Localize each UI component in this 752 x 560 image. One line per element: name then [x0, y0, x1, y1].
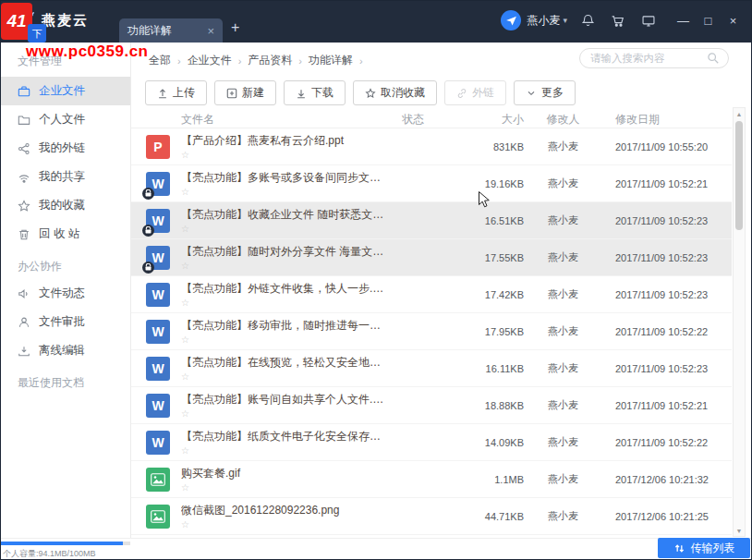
header-editor[interactable]: 修改人: [524, 112, 602, 128]
vertical-scrollbar[interactable]: ▲ ▼: [733, 107, 746, 537]
file-type-letter: W: [152, 435, 164, 450]
breadcrumb-item[interactable]: 全部: [149, 53, 171, 68]
file-name[interactable]: 【亮点功能】账号间自如共享个人文件.docx: [181, 392, 385, 408]
file-type-letter: P: [153, 140, 162, 154]
user-name[interactable]: 燕小麦: [527, 13, 560, 29]
unfavorite-button[interactable]: 取消收藏: [353, 80, 437, 105]
user-menu-caret-icon[interactable]: ▾: [563, 16, 567, 25]
new-button[interactable]: 新建: [214, 80, 276, 105]
file-name[interactable]: 【产品介绍】燕麦私有云介绍.ppt: [181, 133, 385, 149]
favorites-star-icon: [18, 200, 30, 213]
store-cart-icon[interactable]: [610, 13, 626, 29]
file-name[interactable]: 【亮点功能】外链文件收集，快人一步.docx: [181, 281, 385, 297]
table-row[interactable]: 微信截图_20161228092236.png ☆ 44.71KB 燕小麦 20…: [131, 498, 732, 535]
file-name[interactable]: 【亮点功能】多账号或多设备间同步文件.docx: [181, 170, 385, 186]
favorite-star-icon[interactable]: ☆: [181, 188, 385, 197]
header-size[interactable]: 大小: [441, 112, 524, 128]
favorite-star-icon[interactable]: ☆: [181, 225, 385, 234]
sidebar-item-my-favorites[interactable]: 我的收藏: [1, 191, 130, 220]
sidebar-item-my-links[interactable]: 我的外链: [1, 134, 130, 163]
notifications-bell-icon[interactable]: [580, 13, 596, 29]
sidebar-item-label: 回 收 站: [39, 226, 79, 242]
file-name[interactable]: 购买套餐.gif: [181, 466, 385, 481]
favorite-star-icon[interactable]: ☆: [181, 262, 385, 271]
file-name[interactable]: 【亮点功能】移动审批，随时推进每一项业务.docx: [181, 318, 385, 334]
file-name[interactable]: 微信截图_20161228092236.png: [181, 503, 385, 518]
favorite-star-icon[interactable]: ☆: [181, 520, 385, 530]
table-row[interactable]: W 【亮点功能】账号间自如共享个人文件.docx ☆ 18.88KB 燕小麦 2…: [131, 387, 732, 424]
table-row[interactable]: W 【亮点功能】收藏企业文件 随时获悉文件动态.docx ☆ 16.51KB 燕…: [131, 202, 732, 239]
favorite-star-icon[interactable]: ☆: [181, 446, 385, 456]
file-type-letter: [151, 510, 165, 523]
favorite-star-icon[interactable]: ☆: [181, 409, 385, 419]
chevron-down-icon: [526, 88, 537, 99]
tab-function-detail[interactable]: 功能详解 ×: [119, 18, 223, 43]
file-date: 2017/12/06 10:21:25: [602, 511, 732, 522]
file-name[interactable]: 【亮点功能】在线预览，轻松又安全地查阅文章.docx: [181, 355, 385, 371]
close-button[interactable]: ×: [721, 8, 746, 32]
more-button[interactable]: 更多: [514, 80, 576, 105]
new-tab-button[interactable]: +: [231, 20, 239, 35]
transfer-list-button[interactable]: 传输列表: [658, 538, 750, 558]
upload-button[interactable]: 上传: [145, 80, 207, 105]
table-row[interactable]: W 【亮点功能】多账号或多设备间同步文件.docx ☆ 19.16KB 燕小麦 …: [131, 165, 732, 202]
sidebar-item-offline-edit[interactable]: 离线编辑: [1, 336, 130, 365]
file-date: 2017/11/09 10:52:21: [602, 400, 732, 411]
header-status[interactable]: 状态: [385, 112, 441, 128]
sidebar-item-recycle-bin[interactable]: 回 收 站: [1, 220, 130, 249]
download-button[interactable]: 下载: [284, 80, 346, 105]
search-icon[interactable]: [707, 52, 720, 65]
maximize-button[interactable]: □: [696, 8, 721, 32]
table-row[interactable]: W 【亮点功能】纸质文件电子化安全保存和管理.docx ☆ 14.09KB 燕小…: [131, 424, 732, 461]
table-row[interactable]: W 【亮点功能】随时对外分享文件 海量文件一键送达.docx ☆ 17.55KB…: [131, 239, 732, 276]
file-size: 17.55KB: [441, 252, 524, 263]
table-row[interactable]: W 【亮点功能】在线预览，轻松又安全地查阅文章.docx ☆ 16.11KB 燕…: [131, 350, 732, 387]
favorite-star-icon[interactable]: ☆: [181, 298, 385, 308]
table-row[interactable]: 购买套餐.gif ☆ 1.1MB 燕小麦 2017/12/06 10:21:32: [131, 461, 732, 498]
favorite-star-icon[interactable]: ☆: [181, 335, 385, 345]
file-list: P 【产品介绍】燕麦私有云介绍.ppt ☆ 831KB 燕小麦 2017/11/…: [131, 128, 732, 535]
favorite-star-icon[interactable]: ☆: [181, 483, 385, 493]
breadcrumb-item[interactable]: 功能详解: [309, 53, 353, 68]
sidebar-item-enterprise-files[interactable]: 企业文件: [1, 77, 130, 105]
file-date: 2017/11/09 10:52:23: [602, 252, 732, 263]
favorite-star-icon[interactable]: ☆: [181, 151, 385, 160]
watermark-logo: 41 下: [1, 1, 53, 45]
file-date: 2017/11/09 10:52:22: [602, 437, 732, 448]
scroll-down-icon[interactable]: ▼: [734, 525, 745, 536]
tab-close-icon[interactable]: ×: [207, 25, 214, 37]
sidebar-item-label: 离线编辑: [39, 343, 85, 359]
breadcrumb-item[interactable]: 产品资料: [248, 53, 292, 68]
search-input[interactable]: [588, 52, 707, 65]
watermark-url: www.pc0359.cn: [26, 43, 148, 61]
app-window: 燕麦云 功能详解 × + 燕小麦 ▾ — □ × 文件管理: [0, 0, 752, 560]
external-link-button[interactable]: 外链: [444, 80, 506, 105]
favorite-star-icon[interactable]: ☆: [181, 372, 385, 382]
sidebar-item-my-shares[interactable]: 我的共享: [1, 163, 130, 191]
scroll-up-icon[interactable]: ▲: [734, 108, 745, 119]
table-row[interactable]: W 【亮点功能】外链文件收集，快人一步.docx ☆ 17.42KB 燕小麦 2…: [131, 276, 732, 313]
file-name[interactable]: 【亮点功能】收藏企业文件 随时获悉文件动态.docx: [181, 207, 385, 223]
file-name[interactable]: 【亮点功能】纸质文件电子化安全保存和管理.docx: [181, 429, 385, 444]
file-date: 2017/11/09 10:52:23: [602, 289, 732, 300]
file-type-icon: W: [146, 320, 170, 344]
file-name[interactable]: 【亮点功能】随时对外分享文件 海量文件一键送达.docx: [181, 244, 385, 260]
sidebar-item-label: 文件审批: [39, 314, 85, 330]
header-filename[interactable]: 文件名: [181, 112, 385, 128]
header-date[interactable]: 修改日期: [602, 112, 732, 128]
search-box: [579, 48, 729, 68]
table-row[interactable]: P 【产品介绍】燕麦私有云介绍.ppt ☆ 831KB 燕小麦 2017/11/…: [131, 128, 732, 165]
file-type-icon: W: [146, 394, 170, 418]
minimize-button[interactable]: —: [671, 8, 696, 32]
breadcrumb-separator: ›: [177, 55, 181, 67]
user-avatar[interactable]: [501, 10, 521, 30]
scrollbar-thumb[interactable]: [735, 121, 743, 230]
sidebar-item-personal-files[interactable]: 个人文件: [1, 105, 130, 134]
table-row[interactable]: W 【亮点功能】移动审批，随时推进每一项业务.docx ☆ 17.95KB 燕小…: [131, 313, 732, 350]
sidebar-item-file-approval[interactable]: 文件审批: [1, 308, 130, 336]
devices-monitor-icon[interactable]: [640, 13, 657, 29]
avatar-plane-icon: [505, 15, 517, 27]
breadcrumb-item[interactable]: 企业文件: [188, 53, 232, 68]
titlebar-right: 燕小麦 ▾ — □ ×: [501, 1, 751, 40]
sidebar-item-file-activity[interactable]: 文件动态: [1, 279, 130, 308]
